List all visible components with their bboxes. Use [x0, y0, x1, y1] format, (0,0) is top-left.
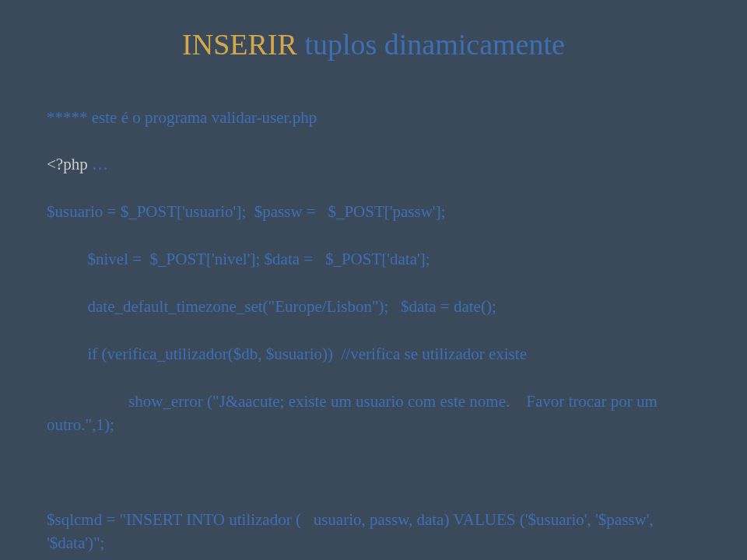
code-line-phptag: <?php … — [47, 152, 700, 176]
code-block: ***** este é o programa validar-user.php… — [47, 82, 700, 560]
code-line: $nivel = $_POST['nivel']; $data = $_POST… — [47, 247, 700, 271]
code-line: $sqlcmd = "INSERT INTO utilizador ( usua… — [47, 508, 700, 555]
code-line: date_default_timezone_set("Europe/Lisbon… — [47, 295, 700, 318]
code-line: show_error ("J&aacute; existe um usuario… — [47, 390, 700, 437]
code-line-comment: ***** este é o programa validar-user.php — [47, 106, 700, 129]
code-line: if (verifica_utilizador($db, $usuario)) … — [47, 342, 700, 366]
php-open-tag: <?php — [47, 155, 88, 173]
title-suffix: tuplos dinamicamente — [297, 28, 565, 61]
code-line: $usuario = $_POST['usuario']; $passw = $… — [47, 200, 700, 223]
ellipsis: … — [88, 155, 108, 173]
slide-title: INSERIR tuplos dinamicamente — [47, 23, 700, 66]
blank-line — [47, 460, 700, 484]
title-prefix: INSERIR — [182, 28, 297, 61]
